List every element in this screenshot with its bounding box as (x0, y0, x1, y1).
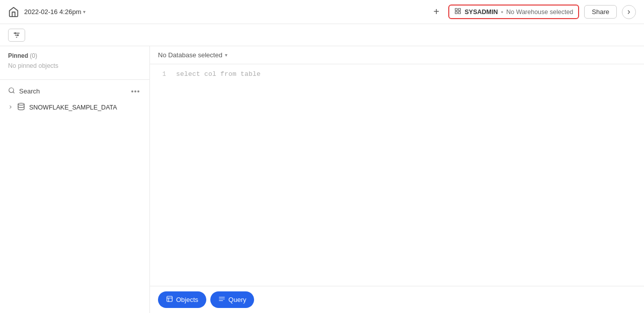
svg-rect-3 (455, 12, 457, 14)
divider (0, 79, 149, 80)
query-label: Query (228, 296, 246, 303)
editor-toolbar: No Database selected ▾ (150, 46, 644, 64)
svg-rect-0 (455, 9, 457, 11)
nav-arrow-button[interactable] (622, 5, 636, 19)
secondary-bar (0, 24, 644, 46)
search-icon (8, 87, 15, 95)
pinned-section: Pinned (0) No pinned objects (0, 52, 149, 75)
chevron-icon (8, 105, 13, 111)
svg-point-7 (15, 33, 16, 34)
svg-point-11 (18, 103, 24, 105)
search-left: Search (8, 87, 40, 95)
pinned-header: Pinned (0) (8, 52, 141, 59)
query-button[interactable]: Query (210, 291, 254, 308)
user-icon (454, 8, 461, 16)
db-selector-caret: ▾ (225, 52, 227, 58)
search-row[interactable]: Search (0, 84, 149, 98)
code-line-1: 1 select col from table (158, 70, 636, 78)
editor-area: No Database selected ▾ 1 select col from… (150, 46, 644, 313)
no-pinned-text: No pinned objects (8, 62, 141, 69)
topbar-right: + SYSADMIN • No Warehouse selected Share (429, 5, 636, 19)
svg-line-10 (13, 92, 15, 93)
pinned-label: Pinned (8, 52, 28, 59)
query-icon (218, 295, 225, 304)
sysadmin-badge[interactable]: SYSADMIN • No Warehouse selected (448, 5, 579, 19)
objects-button[interactable]: Objects (158, 291, 206, 308)
code-editor[interactable]: 1 select col from table (150, 64, 644, 286)
home-button[interactable] (8, 7, 19, 18)
svg-rect-2 (459, 12, 461, 14)
share-button[interactable]: Share (584, 5, 617, 19)
bottom-bar: Objects Query (150, 286, 644, 313)
code-text-1: select col from table (176, 70, 261, 78)
sidebar: Pinned (0) No pinned objects Search (0, 46, 150, 313)
search-label: Search (19, 87, 40, 95)
timestamp-caret: ▾ (83, 9, 86, 15)
objects-label: Objects (176, 296, 198, 303)
database-selector-button[interactable]: No Database selected ▾ (158, 51, 227, 59)
svg-rect-1 (459, 9, 461, 11)
line-number-1: 1 (158, 70, 166, 78)
objects-icon (166, 295, 173, 304)
warehouse-text: No Warehouse selected (506, 9, 573, 16)
main-content: Pinned (0) No pinned objects Search (0, 46, 644, 313)
filter-button[interactable] (8, 29, 25, 42)
topbar-left: 2022-02-16 4:26pm ▾ (8, 7, 86, 18)
topbar: 2022-02-16 4:26pm ▾ + SYSADMIN • No Ware… (0, 0, 644, 24)
svg-point-8 (18, 35, 19, 36)
add-button[interactable]: + (429, 5, 443, 19)
svg-rect-12 (167, 296, 173, 302)
sysadmin-name: SYSADMIN (464, 9, 498, 16)
pinned-count: (0) (30, 52, 37, 59)
dot-separator: • (501, 8, 503, 16)
db-item-snowflake[interactable]: SNOWFLAKE_SAMPLE_DATA (0, 98, 149, 116)
db-selector-label: No Database selected (158, 51, 222, 59)
db-name-snowflake: SNOWFLAKE_SAMPLE_DATA (29, 104, 117, 111)
more-options-button[interactable] (129, 90, 141, 92)
database-icon (17, 102, 25, 112)
timestamp-button[interactable]: 2022-02-16 4:26pm ▾ (24, 8, 86, 16)
timestamp-text: 2022-02-16 4:26pm (24, 8, 81, 16)
